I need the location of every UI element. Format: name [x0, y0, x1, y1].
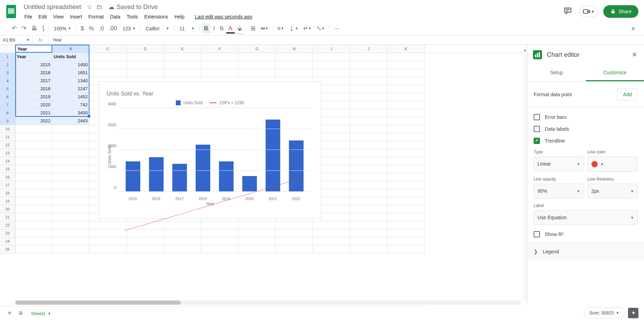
cell[interactable]: 1340 [52, 77, 89, 85]
cell[interactable] [313, 237, 350, 245]
add-sheet-icon[interactable]: + [4, 307, 15, 319]
comments-icon[interactable] [561, 4, 574, 19]
collapse-toolbar-icon[interactable]: ʌ [629, 23, 637, 33]
spreadsheet-grid[interactable]: A B C D E F G H I J K 1YearUnits Sold220… [0, 45, 527, 305]
cell[interactable] [350, 69, 387, 77]
row-header-1[interactable]: 1 [0, 53, 15, 61]
sheet-tab-1[interactable]: Sheet1▼ [26, 307, 56, 319]
row-header-21[interactable]: 21 [0, 213, 15, 221]
cell[interactable] [387, 125, 425, 133]
cell[interactable] [52, 157, 89, 165]
cell[interactable]: 2019 [15, 93, 52, 101]
row-header-9[interactable]: 9 [0, 117, 15, 125]
cell[interactable] [350, 149, 387, 157]
percent-icon[interactable]: % [87, 24, 96, 33]
v-align-icon[interactable]: ⭣▼ [287, 24, 300, 33]
cell[interactable] [52, 205, 89, 213]
menu-extensions[interactable]: Extensions [141, 13, 171, 21]
cell[interactable] [15, 133, 52, 141]
select-all-corner[interactable] [0, 45, 15, 53]
cell[interactable] [387, 237, 425, 245]
document-title[interactable]: Untitled spreadsheet [22, 3, 83, 12]
cell[interactable] [387, 101, 425, 109]
decrease-decimal-icon[interactable]: .0 [97, 24, 106, 33]
cell[interactable] [164, 69, 201, 77]
col-header-A[interactable]: A [15, 45, 52, 53]
row-header-18[interactable]: 18 [0, 189, 15, 197]
cell[interactable]: 742 [52, 101, 89, 109]
row-header-22[interactable]: 22 [0, 221, 15, 229]
cell[interactable]: 2022 [15, 117, 52, 125]
cell[interactable] [201, 53, 238, 61]
cell[interactable] [313, 229, 350, 237]
increase-decimal-icon[interactable]: .00 [107, 24, 119, 33]
cell[interactable] [350, 53, 387, 61]
row-header-19[interactable]: 19 [0, 197, 15, 205]
cell[interactable]: 3450 [52, 109, 89, 117]
row-header-24[interactable]: 24 [0, 237, 15, 245]
menu-tools[interactable]: Tools [124, 13, 141, 21]
row-header-10[interactable]: 10 [0, 125, 15, 133]
text-color-icon[interactable]: A [226, 24, 234, 33]
cell[interactable]: 1450 [52, 61, 89, 69]
trendline-checkbox[interactable]: Trendline [534, 138, 638, 144]
name-box[interactable]: A1:B9▼ [0, 36, 33, 44]
cell[interactable] [387, 245, 425, 253]
cell[interactable] [313, 69, 350, 77]
row-header-6[interactable]: 6 [0, 93, 15, 101]
cell[interactable] [52, 173, 89, 181]
cell[interactable] [387, 69, 425, 77]
menu-help[interactable]: Help [172, 13, 187, 21]
cell[interactable] [52, 189, 89, 197]
strikethrough-icon[interactable]: S [218, 24, 226, 33]
embedded-chart[interactable]: Units Sold vs. Year Units Sold 159*x + 1… [99, 81, 321, 219]
cell[interactable] [15, 189, 52, 197]
data-labels-checkbox[interactable]: Data labels [534, 126, 638, 132]
row-header-11[interactable]: 11 [0, 133, 15, 141]
paint-format-icon[interactable]: ⟆ [40, 23, 47, 33]
undo-icon[interactable]: ↶ [10, 23, 19, 33]
cell[interactable] [15, 205, 52, 213]
cell[interactable] [89, 53, 127, 61]
cell[interactable] [164, 53, 201, 61]
cell[interactable] [350, 109, 387, 117]
cell[interactable] [276, 61, 313, 69]
cell[interactable] [52, 133, 89, 141]
menu-data[interactable]: Data [107, 13, 123, 21]
horizontal-scrollbar[interactable] [15, 300, 521, 305]
cell[interactable] [52, 245, 89, 253]
cell[interactable] [15, 181, 52, 189]
cell[interactable] [387, 213, 425, 221]
cell[interactable] [52, 213, 89, 221]
cell[interactable] [350, 85, 387, 93]
add-button[interactable]: Add [617, 89, 638, 100]
cell[interactable] [164, 61, 201, 69]
more-icon[interactable]: ⋯ [331, 23, 341, 33]
menu-view[interactable]: View [50, 13, 66, 21]
cell[interactable] [350, 157, 387, 165]
explore-icon[interactable]: ✦ [628, 308, 638, 318]
cell[interactable] [89, 61, 127, 69]
cell[interactable] [350, 141, 387, 149]
cell[interactable] [387, 149, 425, 157]
show-r2-checkbox[interactable]: Show R² [534, 231, 638, 237]
cell[interactable] [350, 181, 387, 189]
borders-icon[interactable]: ⊞ [249, 23, 258, 33]
cell[interactable] [387, 181, 425, 189]
cell[interactable] [238, 61, 276, 69]
cell[interactable] [387, 85, 425, 93]
cell[interactable] [313, 221, 350, 229]
col-header-D[interactable]: D [127, 45, 164, 53]
col-header-J[interactable]: J [350, 45, 387, 53]
row-header-17[interactable]: 17 [0, 181, 15, 189]
cell[interactable] [350, 77, 387, 85]
number-format-select[interactable]: 123▼ [120, 24, 138, 33]
cell[interactable]: 2015 [15, 61, 52, 69]
cell[interactable] [313, 61, 350, 69]
cell[interactable] [52, 229, 89, 237]
cell[interactable] [350, 213, 387, 221]
close-sidebar-icon[interactable]: ✕ [630, 49, 638, 60]
star-icon[interactable]: ☆ [87, 3, 92, 11]
row-header-5[interactable]: 5 [0, 85, 15, 93]
cell[interactable] [350, 93, 387, 101]
